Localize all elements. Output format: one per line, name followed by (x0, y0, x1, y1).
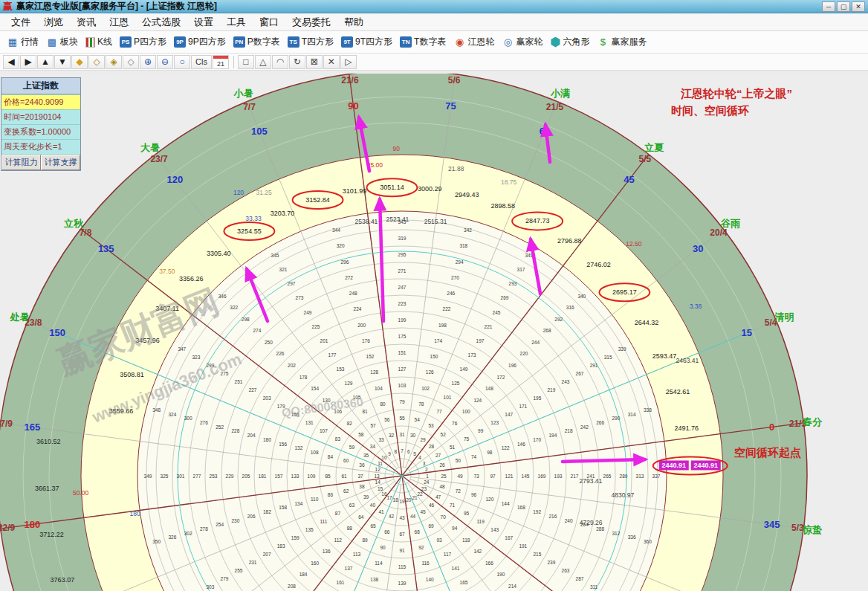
toolbar-item-t-number-table[interactable]: TNT数字表 (396, 33, 450, 51)
menu-trade-order[interactable]: 交易委托 (285, 13, 337, 31)
tool-diamond-yellow[interactable]: ◆ (71, 55, 88, 69)
svg-text:2949.43: 2949.43 (455, 191, 479, 198)
tool-rotate-tool[interactable]: ↻ (289, 55, 305, 69)
tool-arc-tool[interactable]: ◠ (272, 55, 288, 69)
svg-text:142: 142 (473, 549, 482, 554)
svg-text:207: 207 (263, 552, 271, 557)
svg-text:30: 30 (693, 243, 703, 254)
svg-text:3763.07: 3763.07 (51, 576, 75, 584)
svg-text:325: 325 (161, 474, 169, 479)
svg-text:146: 146 (517, 442, 525, 447)
svg-text:178: 178 (299, 375, 308, 380)
toolbar-item-9t-square[interactable]: 9T9T四方形 (337, 33, 396, 51)
tool-cls-button[interactable]: Cls (191, 55, 212, 69)
svg-text:292: 292 (554, 317, 563, 322)
tool-select-tool[interactable]: ⊠ (306, 55, 323, 69)
tool-magnifier[interactable]: ○ (174, 55, 190, 69)
svg-text:11: 11 (378, 461, 383, 466)
svg-text:254: 254 (216, 522, 224, 527)
tool-cut-tool[interactable]: ✕ (323, 55, 340, 69)
sectors-icon: ▩ (46, 36, 58, 48)
p-number-table-label: P数字表 (247, 36, 280, 48)
tool-cursor-tool[interactable]: ▷ (340, 55, 357, 69)
tool-pointer-tool[interactable]: ▲ (37, 55, 54, 69)
toolbar-item-sectors[interactable]: ▩板块 (42, 33, 82, 51)
svg-text:243: 243 (562, 379, 570, 384)
tool-diamond-half[interactable]: ◈ (106, 55, 122, 69)
p-square-label: P四方形 (134, 36, 166, 48)
svg-text:29: 29 (420, 437, 426, 442)
tool-zoom-out[interactable]: ⊖ (157, 55, 173, 69)
svg-text:191: 191 (519, 543, 527, 549)
tool-rect-tool[interactable]: □ (238, 55, 254, 69)
svg-text:345: 345 (764, 519, 780, 530)
svg-text:64: 64 (358, 514, 364, 520)
minimize-button[interactable]: ─ (822, 1, 835, 12)
menu-settings[interactable]: 设置 (187, 13, 220, 31)
tool-filter-tool[interactable]: ▼ (54, 55, 71, 69)
svg-text:44: 44 (410, 514, 416, 519)
svg-text:120: 120 (233, 189, 244, 196)
tool-nav-right[interactable]: ▶ (20, 55, 36, 69)
tool-nav-left[interactable]: ◀ (3, 55, 19, 69)
toolbar-item-winner-service[interactable]: $赢家服务 (593, 33, 650, 51)
toolbar-item-gann-wheel[interactable]: ◉江恩轮 (450, 33, 498, 51)
svg-text:172: 172 (497, 375, 505, 380)
svg-text:空间循环起点: 空间循环起点 (734, 446, 801, 459)
param-row-3[interactable]: 周天变化步长=1 (1, 139, 80, 154)
tool-diamond-outline[interactable]: ◇ (88, 55, 105, 69)
gann-wheel-canvas[interactable]: 1234567891011121314151617181920212223242… (0, 74, 868, 591)
svg-text:8: 8 (394, 449, 397, 454)
svg-text:114: 114 (375, 561, 383, 566)
svg-text:立秋: 立秋 (63, 218, 84, 229)
toolbar-item-kline[interactable]: K线 (82, 33, 116, 51)
toolbar-item-p-square[interactable]: PSP四方形 (116, 33, 170, 51)
param-row-1[interactable]: 时间=20190104 (1, 109, 80, 124)
svg-text:3508.81: 3508.81 (120, 371, 144, 378)
svg-text:122: 122 (502, 445, 510, 450)
svg-text:294: 294 (456, 259, 464, 265)
svg-text:谷雨: 谷雨 (720, 218, 741, 229)
menu-window[interactable]: 窗口 (253, 13, 285, 31)
svg-text:2746.02: 2746.02 (586, 261, 611, 268)
svg-text:3000.29: 3000.29 (418, 185, 442, 193)
svg-text:3.38: 3.38 (690, 303, 702, 310)
svg-text:298: 298 (242, 317, 250, 322)
toolbar-item-9p-square[interactable]: 9P9P四方形 (170, 33, 230, 51)
svg-text:江恩轮中轮“上帝之眼”: 江恩轮中轮“上帝之眼” (680, 87, 792, 100)
toolbar-item-hexagon[interactable]: 六角形 (546, 33, 593, 51)
menu-tools[interactable]: 工具 (220, 13, 253, 31)
svg-text:51: 51 (450, 445, 456, 450)
toolbar-item-p-number-table[interactable]: PNP数字表 (230, 33, 284, 51)
param-row-0[interactable]: 价格=2440.9099 (1, 94, 80, 109)
tool-diamond-white[interactable]: ◇ (123, 55, 139, 69)
svg-text:101: 101 (444, 395, 452, 400)
svg-text:346: 346 (218, 294, 227, 299)
menu-news[interactable]: 资讯 (70, 13, 103, 31)
svg-text:166: 166 (485, 561, 493, 566)
tool-zoom-in[interactable]: ⊕ (140, 55, 156, 69)
menu-formula-stock-pick[interactable]: 公式选股 (135, 13, 187, 31)
menu-file[interactable]: 文件 (4, 13, 37, 31)
toolbar-item-quotes[interactable]: ▦行情 (3, 33, 42, 51)
menu-gann[interactable]: 江恩 (103, 13, 135, 31)
toolbar-item-winner-wheel[interactable]: ◎赢家轮 (498, 33, 546, 51)
param-row-2[interactable]: 变换系数=1.00000 (1, 124, 80, 139)
toolbar-item-t-square[interactable]: TST四方形 (284, 33, 337, 51)
main-toolbar: ▦行情▩板块K线PSP四方形9P9P四方形PNP数字表TST四方形9T9T四方形… (0, 31, 868, 54)
close-button[interactable]: ✕ (852, 1, 865, 12)
calc-support-button[interactable]: 计算支撑 (41, 155, 80, 170)
svg-text:45: 45 (624, 174, 634, 185)
menu-help[interactable]: 帮助 (337, 13, 370, 31)
tool-triangle-tool[interactable]: △ (255, 55, 271, 69)
svg-text:119: 119 (476, 519, 485, 524)
calc-resistance-button[interactable]: 计算阻力 (1, 155, 41, 170)
maximize-button[interactable]: ▢ (837, 1, 850, 12)
svg-text:98: 98 (487, 450, 493, 455)
svg-text:201: 201 (320, 338, 328, 343)
menu-browse[interactable]: 浏览 (37, 13, 70, 31)
toolbar-separator (233, 56, 234, 68)
tool-calendar-21[interactable]: 21 (213, 55, 229, 69)
title-bar: 赢 赢家江恩专业版[赢家服务平台] - [上证指数 江恩轮] ─▢✕ (0, 0, 868, 13)
svg-text:2796.88: 2796.88 (557, 237, 582, 245)
